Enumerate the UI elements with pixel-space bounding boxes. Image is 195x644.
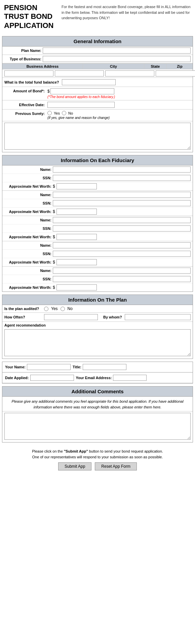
by-whom-label: By whom? [103, 315, 122, 319]
surety-radio-row: Yes No [47, 111, 110, 115]
submit-button[interactable]: Submit App [58, 462, 91, 470]
fiduciary-group-5: Name: SSN: Approximate Net Worth: $ [2, 267, 193, 292]
audited-yes-label: Yes [51, 306, 58, 311]
plan-name-label: Plan Name: [4, 49, 41, 53]
fid2-name-label: Name: [4, 193, 51, 197]
plan-name-row: Plan Name: [2, 47, 193, 55]
how-often-input[interactable] [44, 314, 98, 320]
surety-no-radio[interactable] [62, 111, 66, 115]
date-applied-input[interactable] [30, 375, 74, 381]
effective-date-input[interactable] [47, 102, 115, 108]
your-name-label: Your Name: [5, 365, 26, 369]
fiduciary-title: Information On Each Fiduciary [2, 155, 193, 165]
title-input[interactable] [83, 364, 126, 370]
city-col-header: City [83, 64, 144, 69]
fiduciary-group-3: Name: SSN: Approximate Net Worth: $ [2, 216, 193, 241]
fid3-dollar-sign: $ [53, 235, 55, 239]
how-often-label: How Often? [4, 315, 41, 319]
fid3-ssn-row: SSN: [2, 224, 193, 233]
fund-balance-label: What is the total fund balance? [4, 80, 59, 84]
state-input[interactable] [105, 70, 154, 76]
title-field: Title: [73, 364, 126, 370]
reset-button[interactable]: Reset App Form [95, 462, 137, 470]
bond-amount-row: Amount of Bond*: $ (*The bond amount app… [2, 87, 193, 100]
address-header-row: Business Address City State Zip [2, 63, 193, 69]
fid1-ssn-input[interactable] [53, 175, 191, 181]
fid5-dollar-sign: $ [53, 285, 55, 290]
fid1-worth-input[interactable] [56, 183, 97, 189]
fid3-worth-input[interactable] [56, 234, 97, 240]
fid2-worth-label: Approximate Net Worth: [4, 210, 51, 214]
fiduciary-group-1: Name: SSN: Approximate Net Worth: $ [2, 165, 193, 191]
fid1-name-row: Name: [2, 165, 193, 174]
fid4-name-input[interactable] [53, 242, 191, 248]
fid2-worth-input[interactable] [56, 209, 97, 215]
plan-name-input[interactable] [43, 48, 191, 54]
fid5-ssn-row: SSN: [2, 275, 193, 283]
your-name-input[interactable] [27, 364, 71, 370]
general-comments-textarea[interactable] [4, 123, 191, 150]
title-label: Title: [73, 365, 81, 369]
surety-note: (If yes, give name and reason for change… [47, 116, 110, 120]
address-input[interactable] [4, 70, 53, 76]
your-name-field: Your Name: [5, 364, 71, 370]
fid5-ssn-input[interactable] [53, 276, 191, 282]
fid5-worth-input[interactable] [56, 284, 97, 290]
fund-balance-input[interactable] [62, 79, 116, 85]
agent-rec-textarea[interactable] [4, 329, 191, 356]
fid5-name-label: Name: [4, 269, 51, 273]
fid2-name-input[interactable] [53, 192, 191, 198]
date-applied-field: Date Applied: [5, 375, 74, 381]
effective-date-row: Effective Date: [2, 100, 193, 110]
fiduciary-section: Information On Each Fiduciary Name: SSN:… [2, 155, 193, 292]
fid3-name-input[interactable] [53, 217, 191, 223]
fid1-name-input[interactable] [53, 166, 191, 173]
surety-yes-label: Yes [54, 111, 60, 115]
fid4-ssn-row: SSN: [2, 250, 193, 258]
how-often-row: How Often? By whom? [2, 313, 193, 322]
fid1-worth-label: Approximate Net Worth: [4, 184, 51, 188]
state-col-header: State [144, 64, 167, 69]
zip-input[interactable] [156, 70, 195, 76]
by-whom-input[interactable] [125, 314, 191, 320]
fiduciary-group-2: Name: SSN: Approximate Net Worth: $ [2, 191, 193, 216]
fid4-ssn-input[interactable] [53, 251, 191, 257]
fid1-ssn-label: SSN: [4, 176, 51, 180]
audited-no-radio[interactable] [61, 307, 65, 311]
fid2-worth-row: Approximate Net Worth: $ [2, 208, 193, 216]
additional-comments-textarea-wrap [2, 411, 193, 442]
additional-comments-textarea[interactable] [4, 413, 191, 440]
bond-amount-inputs: $ (*The bond amount applies to each fidu… [47, 88, 115, 99]
fid1-name-label: Name: [4, 167, 51, 172]
bond-amount-label: Amount of Bond*: [4, 88, 45, 93]
fid5-worth-label: Approximate Net Worth: [4, 285, 51, 289]
fid5-worth-row: Approximate Net Worth: $ [2, 283, 193, 292]
submit-note: Please click on the "Submit App" button … [3, 449, 192, 460]
city-input[interactable] [55, 70, 104, 76]
fid1-worth-row: Approximate Net Worth: $ [2, 182, 193, 190]
date-email-row: Date Applied: Your Email Address: [2, 372, 193, 383]
fid4-name-label: Name: [4, 243, 51, 247]
additional-comments-title: Additional Comments [2, 387, 193, 397]
fid3-ssn-input[interactable] [53, 225, 191, 232]
email-input[interactable] [113, 375, 147, 381]
fid4-ssn-label: SSN: [4, 252, 51, 256]
fid2-ssn-input[interactable] [53, 200, 191, 206]
surety-yes-radio[interactable] [47, 111, 52, 115]
agent-rec-label: Agent recommendation [2, 322, 193, 328]
fid4-worth-input[interactable] [56, 259, 97, 265]
bond-amount-input[interactable] [50, 88, 114, 94]
plan-title: Information On The Plan [2, 295, 193, 305]
business-type-label: Type of Business: [4, 57, 41, 61]
fid3-ssn-label: SSN: [4, 226, 51, 231]
fiduciary-group-4: Name: SSN: Approximate Net Worth: $ [2, 241, 193, 267]
audited-yes-radio[interactable] [44, 307, 48, 311]
fid1-ssn-row: SSN: [2, 174, 193, 182]
email-field: Your Email Address: [76, 375, 147, 381]
fid5-name-row: Name: [2, 267, 193, 275]
fid5-name-input[interactable] [53, 268, 191, 274]
business-type-input[interactable] [43, 56, 191, 62]
effective-date-label: Effective Date: [4, 103, 45, 107]
previous-surety-label: Previous Surety: [4, 111, 45, 116]
fid4-name-row: Name: [2, 241, 193, 250]
